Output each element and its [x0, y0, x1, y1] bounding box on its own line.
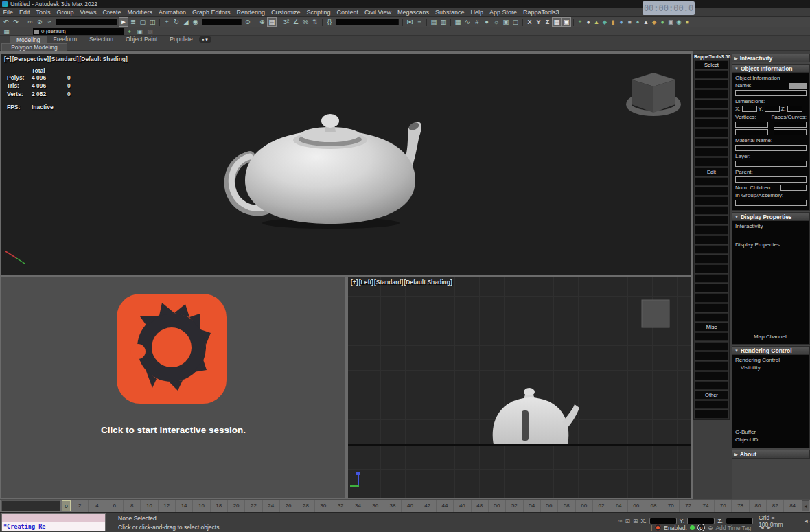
add-time-tag-button[interactable]: Add Time Tag [715, 524, 751, 531]
use-pivot-point-icon[interactable]: ⊙ [243, 17, 253, 27]
dimension-x-field[interactable] [742, 106, 757, 112]
dimension-z-field[interactable] [787, 106, 802, 112]
rappatools-button[interactable] [695, 332, 728, 341]
curve-editor-icon[interactable]: ∿ [463, 17, 472, 27]
keyboard-shortcut-override-icon[interactable]: ▤ [267, 17, 277, 27]
rappatools-button[interactable] [695, 293, 728, 302]
rappatools-button[interactable] [695, 187, 728, 196]
rappatools-button[interactable] [695, 177, 728, 186]
schematic-view-icon[interactable]: # [472, 17, 482, 27]
viewport-label-segment[interactable]: [Left] [359, 279, 373, 286]
listener-script-row[interactable]: *Creating Re [2, 522, 105, 531]
menu-item[interactable]: Tools [33, 8, 54, 16]
select-and-link-icon[interactable]: ∞ [25, 17, 35, 27]
toggle-ribbon-icon[interactable]: ▦ [453, 17, 463, 27]
selection-region-icon[interactable]: ▢ [138, 17, 148, 27]
vertices-selected-field[interactable] [735, 129, 768, 135]
mirror-icon[interactable]: ⋈ [405, 17, 415, 27]
script-icon[interactable]: ▲ [592, 17, 601, 27]
menu-item[interactable]: Edit [16, 8, 34, 16]
selection-filter-dropdown[interactable] [56, 19, 117, 25]
rappatools-button[interactable]: Misc [695, 323, 728, 332]
bind-to-space-warp-icon[interactable]: ≈ [45, 17, 54, 27]
script-icon[interactable]: ■ [625, 17, 634, 27]
viewport-label-segment[interactable]: [+] [351, 279, 358, 286]
constraint-plane-alt-icon[interactable]: ▣ [562, 17, 571, 27]
num-children-field[interactable] [780, 185, 807, 191]
menu-item[interactable]: Substance [432, 8, 467, 16]
z-constraint-button[interactable]: Z [543, 17, 552, 27]
menu-item[interactable]: Graph Editors [189, 8, 233, 16]
select-by-name-icon[interactable]: ≣ [128, 17, 138, 27]
menu-item[interactable]: App Store [487, 8, 520, 16]
unlink-selection-icon[interactable]: ⊘ [35, 17, 45, 27]
menu-item[interactable]: Animation [155, 8, 189, 16]
script-icon[interactable]: ◆ [601, 17, 609, 27]
ribbon-overflow-button[interactable]: ▪ ▾ [199, 36, 211, 43]
select-and-scale-icon[interactable]: ◢ [181, 17, 191, 27]
script-icon[interactable]: ■ [683, 17, 691, 27]
render-production-icon[interactable]: ▢ [511, 17, 520, 27]
viewport-label-segment[interactable]: [Perspective] [12, 56, 49, 62]
ribbon-tab-populate[interactable]: Populate [163, 36, 199, 43]
dimension-y-field[interactable] [765, 106, 780, 112]
rappatools-button[interactable] [695, 264, 728, 273]
rappatools-button[interactable] [695, 70, 728, 79]
angle-snap-icon[interactable]: ∠ [291, 17, 301, 27]
perspective-viewport[interactable]: [+][Perspective][Standard][Default Shadi… [1, 54, 691, 275]
rappatools-button[interactable]: Other [695, 391, 728, 400]
rappatools-button[interactable] [695, 255, 728, 264]
select-object-icon[interactable]: ► [119, 17, 128, 27]
active-layer-dropdown[interactable]: 0 (default) [33, 28, 124, 35]
rappatools-button[interactable] [695, 381, 728, 390]
menu-item[interactable]: Civil View [362, 8, 395, 16]
layer-manager-icon[interactable]: ▦ [2, 28, 11, 35]
vertices-field[interactable] [735, 122, 768, 128]
faces-field[interactable] [774, 122, 807, 128]
rendered-frame-window-icon[interactable]: ▣ [501, 17, 511, 27]
rappatools-button[interactable] [695, 89, 728, 98]
left-viewport[interactable]: [+][Left][Standard][Default Shading] [348, 277, 691, 498]
viewport-label-segment[interactable]: [Standard] [374, 279, 404, 286]
script-icon[interactable]: ▮ [609, 17, 617, 27]
select-and-move-icon[interactable]: + [162, 17, 172, 27]
rappatools-button[interactable] [695, 351, 728, 360]
rollout-display-properties[interactable]: ▼ Display Properties [732, 212, 810, 221]
toggle-layer-explorer-icon[interactable]: ▥ [439, 17, 448, 27]
minus-circle-icon[interactable]: ⊖ [708, 524, 713, 531]
ribbon-tab-modeling[interactable]: Modeling [10, 36, 47, 43]
viewport-label-segment[interactable]: [Standard] [49, 56, 79, 62]
corona-status-dot[interactable] [690, 525, 695, 530]
rappatools-button[interactable] [695, 410, 728, 419]
menu-item[interactable]: Rendering [233, 8, 268, 16]
menu-item[interactable]: Views [77, 8, 100, 16]
rappatools-button[interactable] [695, 225, 728, 234]
script-icon[interactable]: ◓ [634, 17, 642, 27]
window-crossing-icon[interactable]: ◫ [148, 17, 157, 27]
x-constraint-button[interactable]: X [525, 17, 534, 27]
layer-field[interactable] [735, 161, 807, 167]
script-icon[interactable]: ◉ [675, 17, 683, 27]
menu-item[interactable]: Scripting [303, 8, 334, 16]
select-and-rotate-icon[interactable]: ↻ [172, 17, 181, 27]
corona-interactive-viewport[interactable]: Click to start interactive session. [1, 277, 345, 498]
rollout-about[interactable]: ▶ About [732, 450, 810, 459]
corona-start-message[interactable]: Click to start interactive session. [1, 425, 345, 435]
rappatools-button[interactable] [695, 245, 728, 254]
rewind-icon[interactable]: ◄◄ [803, 518, 810, 524]
rappatools-button[interactable] [695, 80, 728, 89]
rappatools-button[interactable] [695, 128, 728, 137]
parent-field[interactable] [735, 176, 807, 183]
rappatools-button[interactable] [695, 235, 728, 244]
script-icon[interactable]: ● [658, 17, 667, 27]
material-editor-icon[interactable]: ● [482, 17, 491, 27]
menu-item[interactable]: Group [54, 8, 77, 16]
viewport-label-segment[interactable]: [+] [4, 56, 12, 62]
ribbon-tab-freeform[interactable]: Freeform [47, 36, 83, 43]
align-icon[interactable]: ≡ [415, 17, 424, 27]
percent-snap-icon[interactable]: % [301, 17, 310, 27]
faces-selected-field[interactable] [774, 129, 807, 135]
viewport-label-segment[interactable]: [Default Shading] [80, 56, 128, 62]
group-field[interactable] [735, 200, 807, 206]
selection-lock-icon[interactable]: ∞ [618, 518, 622, 524]
